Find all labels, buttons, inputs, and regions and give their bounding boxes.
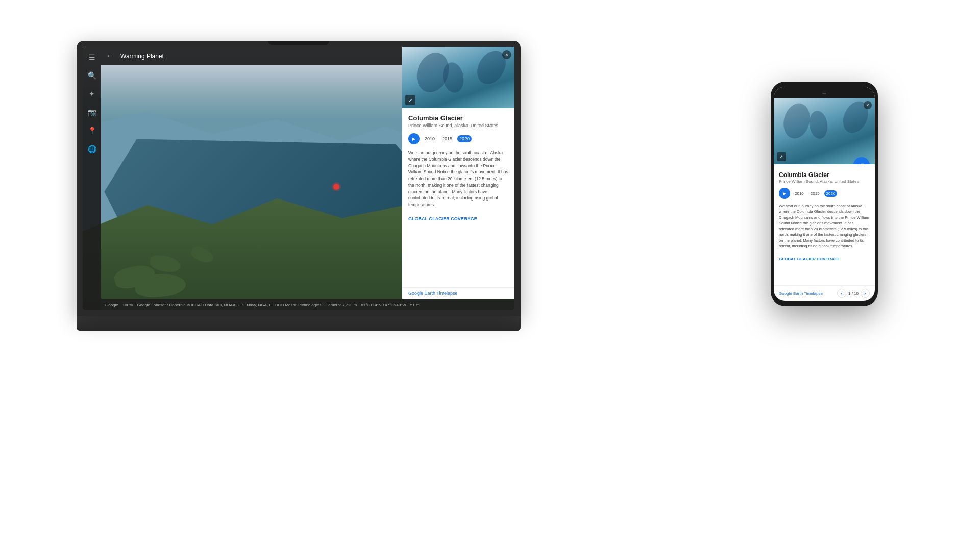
year-2015-laptop[interactable]: 2015 (440, 135, 454, 142)
phone-content: ⤢ × ↗ Columbia Glacier Prince William So… (774, 98, 875, 301)
attribution-text: Google Landsat / Copernicus IBCAO Data S… (137, 303, 321, 307)
phone-crevasse-2 (807, 110, 829, 140)
back-button[interactable]: ← (106, 52, 115, 61)
phone-crevasse-1 (780, 101, 814, 142)
camera-info: Camera: 7,713 m (325, 303, 357, 307)
glacier-image-phone: ⤢ × ↗ (774, 98, 875, 164)
glacier-body-text-phone: We start our journey on the south coast … (779, 203, 870, 249)
ge-sidebar: ☰ 🔍 ✦ 📷 📍 🌐 (83, 47, 101, 310)
glacier-image-sim (402, 47, 514, 108)
play-button-laptop[interactable]: ▶ (408, 133, 420, 144)
year-2010-laptop[interactable]: 2010 (423, 135, 437, 142)
phone-notch (809, 87, 840, 93)
laptop-screen: ☰ 🔍 ✦ 📷 📍 🌐 ← Warming Planet ⋮ ⊕ 2D (83, 47, 514, 310)
glacier-body-text-laptop: We start our journey on the south coast … (408, 149, 508, 208)
scene: ☰ 🔍 ✦ 📷 📍 🌐 ← Warming Planet ⋮ ⊕ 2D (0, 0, 980, 551)
expand-button-phone[interactable]: ⤢ (777, 152, 786, 161)
layers-icon[interactable]: ✦ (87, 89, 97, 99)
glacier-subtitle-laptop: Prince William Sound, Alaska, United Sta… (408, 123, 508, 128)
fullscreen-button-laptop[interactable]: ⤢ (405, 95, 415, 105)
phone-device: ⤢ × ↗ Columbia Glacier Prince William So… (771, 82, 878, 306)
share-button-phone[interactable]: ↗ (853, 157, 870, 164)
timeline-controls-phone: ▶ 2010 2015 2020 (779, 188, 870, 199)
phone-footer: Google Earth Timelapse ‹ 1 / 10 › (774, 285, 875, 301)
globe-icon[interactable]: 🌐 (87, 144, 97, 154)
close-button-phone[interactable]: × (864, 101, 872, 109)
laptop-base (77, 316, 521, 331)
camera-icon[interactable]: 📷 (87, 107, 97, 117)
phone-pagination: ‹ 1 / 10 › (837, 289, 870, 298)
google-logo-text: Google (105, 303, 118, 307)
phone-year-2015[interactable]: 2015 (808, 190, 822, 197)
laptop-notch (268, 41, 329, 45)
coords-info: 61°08'14"N 147°06'48"W (361, 303, 406, 307)
ge-statusbar: Google 100% Google Landsat / Copernicus … (101, 299, 514, 310)
laptop-info-panel: ⤢ × Columbia Glacier Prince William Soun… (402, 47, 514, 299)
hamburger-menu-icon[interactable]: ☰ (87, 52, 97, 62)
phone-body: ⤢ × ↗ Columbia Glacier Prince William So… (771, 82, 878, 306)
distance-info: 51 m (410, 303, 420, 307)
pin-icon[interactable]: 📍 (87, 126, 97, 136)
laptop-device: ☰ 🔍 ✦ 📷 📍 🌐 ← Warming Planet ⋮ ⊕ 2D (77, 41, 521, 342)
prev-button-phone[interactable]: ‹ (837, 289, 846, 298)
phone-year-2010[interactable]: 2010 (793, 190, 806, 197)
phone-info-content: Columbia Glacier Prince William Sound, A… (774, 164, 875, 285)
topbar-title: Warming Planet (120, 53, 164, 60)
zoom-level: 100% (122, 303, 133, 307)
glacier-subtitle-phone: Prince William Sound, Alaska, United Sta… (779, 179, 870, 184)
global-glacier-link-laptop[interactable]: GLOBAL GLACIER COVERAGE (408, 216, 477, 221)
timeline-controls-laptop: ▶ 2010 2015 2020 (408, 133, 508, 144)
year-2020-laptop[interactable]: 2020 (457, 135, 472, 142)
page-info-phone: 1 / 10 (848, 291, 859, 296)
terrain-islands (104, 218, 255, 297)
search-icon[interactable]: 🔍 (87, 70, 97, 81)
glacier-title-phone: Columbia Glacier (779, 171, 870, 179)
glacier-image-laptop: ⤢ × (402, 47, 514, 108)
laptop-body: ☰ 🔍 ✦ 📷 📍 🌐 ← Warming Planet ⋮ ⊕ 2D (77, 41, 521, 316)
ge-timelapse-label-laptop[interactable]: Google Earth Timelapse (402, 287, 514, 299)
global-glacier-link-phone[interactable]: GLOBAL GLACIER COVERAGE (779, 257, 840, 261)
ge-timelapse-label-phone[interactable]: Google Earth Timelapse (779, 291, 823, 296)
play-button-phone[interactable]: ▶ (779, 188, 790, 199)
info-panel-content: Columbia Glacier Prince William Sound, A… (402, 108, 514, 287)
island-4 (189, 245, 215, 265)
location-pin (333, 184, 339, 190)
next-button-phone[interactable]: › (861, 289, 870, 298)
phone-year-2020[interactable]: 2020 (824, 190, 838, 197)
phone-screen: ⤢ × ↗ Columbia Glacier Prince William So… (774, 87, 875, 301)
close-button-laptop[interactable]: × (502, 50, 511, 59)
glacier-title-laptop: Columbia Glacier (408, 114, 508, 122)
